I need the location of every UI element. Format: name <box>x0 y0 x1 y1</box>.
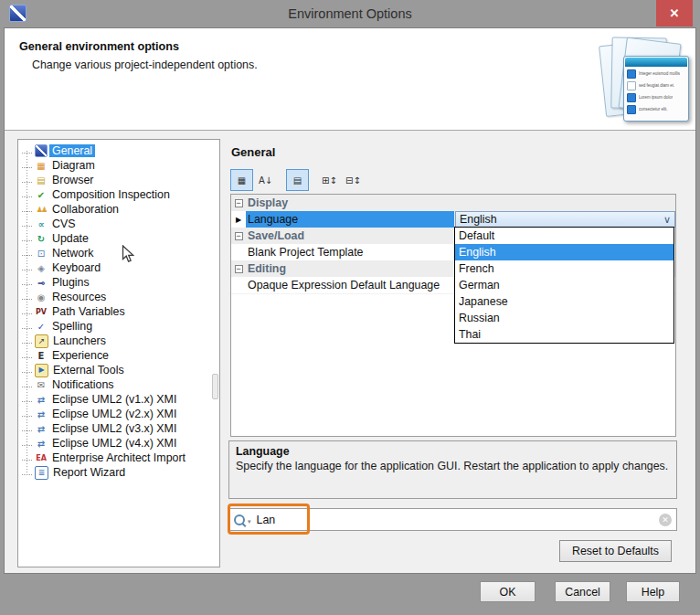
dropdown-option-german[interactable]: German <box>455 277 673 293</box>
xmi-arrows-icon: ⇄ <box>33 408 49 421</box>
ok-button[interactable]: OK <box>480 581 536 602</box>
collapse-group-icon[interactable]: − <box>235 232 243 240</box>
collapse-group-icon[interactable]: − <box>235 199 243 207</box>
sidebar-item-eclipse-uml2-v4-xmi[interactable]: ⇄ Eclipse UML2 (v4.x) XMI <box>18 436 219 451</box>
checklist-card-header <box>625 58 687 67</box>
property-description-panel: Language Specify the language for the ap… <box>228 440 677 499</box>
network-icon: ⊡ <box>33 247 49 260</box>
sidebar-item-spelling[interactable]: ✓ Spelling <box>18 319 219 334</box>
description-text: Specify the language for the application… <box>236 459 671 473</box>
help-button[interactable]: Help <box>626 581 680 602</box>
language-dropdown-list: Default English French German Japanese R… <box>454 227 674 344</box>
sidebar-item-experience[interactable]: E Experience <box>18 348 219 363</box>
expand-all-button[interactable]: ⊞↕ <box>318 169 341 191</box>
resources-icon: ◉ <box>33 291 49 304</box>
header-title: General environment options <box>19 40 179 53</box>
sidebar-item-keyboard[interactable]: ◈ Keyboard <box>18 260 219 275</box>
environment-options-dialog: Environment Options ✕ General environmen… <box>0 0 700 615</box>
checkbox-unchecked-icon <box>627 81 636 90</box>
sidebar-item-composition-inspection[interactable]: ✔ Composition Inspection <box>18 187 219 202</box>
sidebar-item-resources[interactable]: ◉ Resources <box>18 290 219 304</box>
cvs-icon: ∝ <box>33 217 49 231</box>
external-tools-icon: ▶ <box>35 364 48 377</box>
sidebar-item-enterprise-architect-import[interactable]: EA Enterprise Architect Import <box>18 451 219 465</box>
tree-scrollbar-grip[interactable] <box>212 374 218 399</box>
dropdown-option-french[interactable]: French <box>455 260 673 277</box>
composition-inspection-icon: ✔ <box>33 188 49 202</box>
collaboration-icon: ♟♟ <box>33 203 49 217</box>
dropdown-option-russian[interactable]: Russian <box>455 310 673 326</box>
checklist-graphic: Integer euismod mollis sed feugiat diam … <box>597 32 692 124</box>
cancel-button[interactable]: Cancel <box>555 581 610 602</box>
sidebar-item-eclipse-uml2-v1-xmi[interactable]: ⇄ Eclipse UML2 (v1.x) XMI <box>18 392 219 407</box>
xmi-arrows-icon: ⇄ <box>33 437 49 451</box>
options-search-field[interactable]: ▾ ✕ <box>228 508 677 531</box>
checklist-card: Integer euismod mollis sed feugiat diam … <box>623 56 689 122</box>
sidebar-item-network[interactable]: ⊡ Network <box>18 246 219 260</box>
options-tree: General ▦ Diagram ▤ Browser ✔ Compositio… <box>17 139 220 567</box>
header-subtitle: Change various project-independent optio… <box>32 58 258 71</box>
xmi-arrows-icon: ⇄ <box>33 393 49 407</box>
path-variables-icon: PV <box>33 305 49 319</box>
dropdown-option-english[interactable]: English <box>455 244 673 260</box>
update-icon: ↻ <box>33 232 49 246</box>
launchers-icon: ↗ <box>35 334 48 348</box>
sidebar-item-eclipse-uml2-v2-xmi[interactable]: ⇄ Eclipse UML2 (v2.x) XMI <box>18 407 219 421</box>
sidebar-item-update[interactable]: ↻ Update <box>18 231 219 246</box>
sidebar-item-report-wizard[interactable]: ≣ Report Wizard <box>18 465 219 480</box>
dropdown-option-default[interactable]: Default <box>455 228 673 244</box>
search-input[interactable] <box>255 513 659 527</box>
collapse-group-icon[interactable]: − <box>235 265 243 273</box>
sidebar-item-cvs[interactable]: ∝ CVS <box>18 217 219 231</box>
keyboard-icon: ◈ <box>33 261 49 275</box>
notifications-icon: ✉ <box>33 378 49 392</box>
sidebar-item-collaboration[interactable]: ♟♟ Collaboration <box>18 202 219 217</box>
title-bar[interactable]: Environment Options ✕ <box>0 0 700 27</box>
search-icon[interactable] <box>234 514 245 525</box>
checkbox-checked-icon <box>627 105 636 114</box>
clear-search-icon[interactable]: ✕ <box>659 514 672 526</box>
sidebar-item-notifications[interactable]: ✉ Notifications <box>18 377 219 392</box>
sidebar-item-general[interactable]: General <box>18 143 219 158</box>
selected-row-arrow-icon: ▶ <box>236 216 241 224</box>
dropdown-option-thai[interactable]: Thai <box>455 326 673 343</box>
experience-icon: E <box>33 349 49 363</box>
sidebar-item-path-variables[interactable]: PV Path Variables <box>18 304 219 319</box>
checkbox-checked-icon <box>627 69 636 79</box>
sort-alphabetically-button[interactable]: A↓ <box>254 169 277 191</box>
sidebar-item-browser[interactable]: ▤ Browser <box>18 173 219 187</box>
group-row-display[interactable]: − Display <box>231 195 675 211</box>
dropdown-option-japanese[interactable]: Japanese <box>455 293 673 310</box>
language-combobox-value: English <box>460 213 497 226</box>
sidebar-item-eclipse-uml2-v3-xmi[interactable]: ⇄ Eclipse UML2 (v3.x) XMI <box>18 421 219 436</box>
language-combobox[interactable]: English ∨ <box>455 211 675 228</box>
dialog-content: General environment options Change vario… <box>4 27 696 574</box>
checkbox-checked-icon <box>627 93 636 102</box>
show-description-button[interactable]: ▤ <box>286 169 309 191</box>
chevron-down-icon: ∨ <box>663 214 671 226</box>
sidebar-item-diagram[interactable]: ▦ Diagram <box>18 158 219 173</box>
report-wizard-icon: ≣ <box>35 466 48 480</box>
search-options-caret-icon[interactable]: ▾ <box>248 518 251 525</box>
close-button[interactable]: ✕ <box>656 0 693 27</box>
sidebar-item-plugins[interactable]: ⊸ Plugins <box>18 275 219 290</box>
page-title: General <box>231 145 275 159</box>
sidebar-item-external-tools[interactable]: ▶ External Tools <box>18 363 219 377</box>
sidebar-item-launchers[interactable]: ↗ Launchers <box>18 334 219 348</box>
plugins-icon: ⊸ <box>33 276 49 290</box>
window-title: Environment Options <box>0 0 700 27</box>
tree-connector-line <box>27 151 27 472</box>
enterprise-architect-icon: EA <box>33 451 49 465</box>
dialog-header: General environment options Change vario… <box>5 28 695 131</box>
description-title: Language <box>236 445 670 458</box>
diagram-icon: ▦ <box>33 159 49 173</box>
collapse-all-button[interactable]: ⊟↕ <box>342 169 365 191</box>
spelling-icon: ✓ <box>33 320 49 334</box>
categorized-view-button[interactable]: ▦ <box>230 169 253 191</box>
browser-icon: ▤ <box>33 174 49 187</box>
general-icon <box>35 144 48 157</box>
xmi-arrows-icon: ⇄ <box>33 422 49 436</box>
properties-toolbar: ▦ A↓ ▤ ⊞↕ ⊟↕ <box>230 169 366 191</box>
reset-to-defaults-button[interactable]: Reset to Defaults <box>559 540 672 562</box>
